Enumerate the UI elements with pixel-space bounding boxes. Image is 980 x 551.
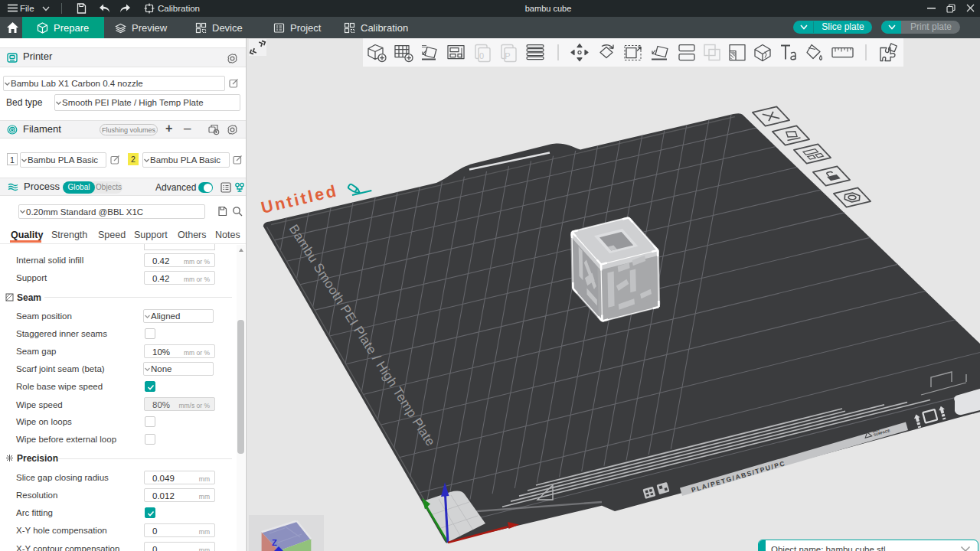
svg-text:0: 0 (479, 51, 484, 60)
svg-text:Z: Z (272, 538, 277, 547)
svg-text:P: P (505, 51, 510, 60)
